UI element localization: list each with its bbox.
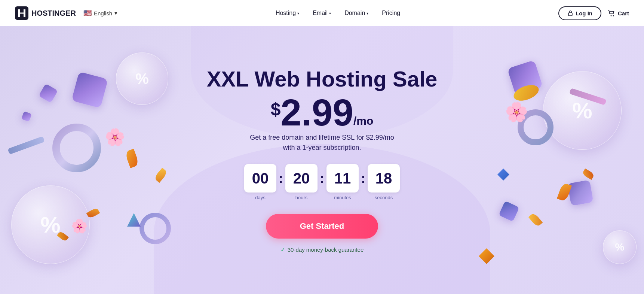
get-started-button[interactable]: Get Started [266, 214, 378, 239]
diamond-blue-right [497, 169, 509, 181]
percent-ball-right-big: % [543, 71, 622, 150]
cube-right-small [499, 201, 519, 222]
cube-left-tiny [21, 111, 32, 122]
minutes-value: 11 [326, 164, 359, 193]
guarantee-text: 30-day money-back guarantee [288, 246, 364, 253]
leaf-left-2 [154, 168, 168, 183]
logo[interactable]: HOSTINGER [15, 6, 76, 20]
svg-point-2 [610, 15, 611, 16]
nav-right: Log In Cart [558, 6, 629, 20]
days-label: days [255, 195, 265, 200]
lang-chevron-icon: ▾ [114, 10, 117, 16]
svg-rect-1 [568, 13, 572, 16]
cart-icon [607, 9, 616, 17]
cube-left-small [39, 84, 58, 103]
percent-ball-left-mid: % [116, 52, 168, 105]
seconds-value: 18 [368, 164, 400, 193]
cart-label: Cart [618, 10, 629, 16]
svg-point-3 [613, 15, 614, 16]
cart-link[interactable]: Cart [607, 9, 629, 17]
domain-chevron-icon: ▾ [367, 11, 368, 15]
ring-left-small [138, 212, 172, 245]
brand-name: HOSTINGER [31, 9, 76, 18]
hero-title: XXL Web Hosting Sale [207, 67, 438, 91]
svg-point-4 [56, 127, 97, 169]
seconds-label: seconds [375, 195, 393, 200]
nav-domain[interactable]: Domain ▾ [344, 10, 368, 16]
nav-left: HOSTINGER 🇺🇸 English ▾ [15, 6, 117, 20]
countdown-hours: 20 hours [285, 164, 318, 200]
subtitle-line2: with a 1-year subscription. [283, 144, 361, 151]
email-chevron-icon: ▾ [329, 11, 331, 15]
sep-1: : [276, 171, 285, 187]
deco-right: % % 🌸 [435, 26, 644, 294]
bar-left-1 [7, 136, 45, 154]
flower-left-1: 🌸 [105, 127, 125, 147]
price-dollar: $ [271, 100, 281, 118]
subtitle-line1: Get a free domain and lifetime SSL for $… [250, 134, 394, 141]
minutes-label: minutes [334, 195, 351, 200]
login-button[interactable]: Log In [558, 6, 601, 20]
sep-3: : [359, 171, 368, 187]
lock-icon [567, 10, 573, 16]
cube-left-big [71, 72, 108, 108]
hero-price: $ 2.99 /mo [207, 94, 438, 131]
hours-label: hours [295, 195, 308, 200]
price-period: /mo [353, 115, 373, 127]
leaf-right-2 [528, 212, 543, 227]
percent-ball-right-small: % [603, 230, 637, 264]
countdown-days: 00 days [244, 164, 276, 200]
cube-right-mid [567, 180, 594, 206]
nav-center: Hosting ▾ Email ▾ Domain ▾ Pricing [276, 10, 400, 16]
ring-left-big [52, 124, 101, 172]
check-icon: ✓ [280, 246, 285, 253]
flag-icon: 🇺🇸 [83, 9, 92, 17]
deco-left: % % [0, 26, 209, 294]
leaf-left-1 [125, 149, 139, 168]
days-value: 00 [244, 164, 276, 193]
guarantee: ✓ 30-day money-back guarantee [207, 246, 438, 253]
svg-point-5 [142, 215, 169, 242]
nav-pricing[interactable]: Pricing [382, 10, 400, 16]
hosting-chevron-icon: ▾ [297, 11, 299, 15]
diamond-orange-right [479, 248, 494, 264]
flower-left-2: 🌸 [71, 218, 88, 234]
countdown: 00 days : 20 hours : 11 minutes : 18 sec… [207, 164, 438, 200]
nav-email[interactable]: Email ▾ [313, 10, 331, 16]
sep-2: : [318, 171, 326, 187]
countdown-minutes: 11 minutes [326, 164, 359, 200]
lang-label: English [94, 10, 112, 16]
nav-hosting[interactable]: Hosting ▾ [276, 10, 299, 16]
leaf-right-3 [582, 169, 595, 180]
hours-value: 20 [285, 164, 318, 193]
hero-content: XXL Web Hosting Sale $ 2.99 /mo Get a fr… [207, 67, 438, 254]
navbar: HOSTINGER 🇺🇸 English ▾ Hosting ▾ Email ▾… [0, 0, 644, 26]
logo-icon [15, 6, 28, 20]
hero-subtitle: Get a free domain and lifetime SSL for $… [207, 133, 438, 153]
lang-selector[interactable]: 🇺🇸 English ▾ [83, 9, 117, 17]
price-amount: 2.99 [280, 94, 353, 131]
countdown-seconds: 18 seconds [368, 164, 400, 200]
login-label: Log In [576, 10, 592, 16]
flower-right-1: 🌸 [505, 101, 528, 123]
hero-section: % % [0, 26, 644, 294]
